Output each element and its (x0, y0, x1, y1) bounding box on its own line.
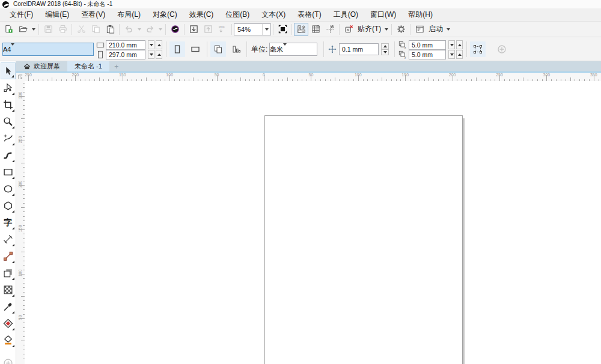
page-size-preset-combo[interactable]: A4 (2, 43, 94, 56)
snap-to-label[interactable]: 贴齐(T) (356, 24, 383, 34)
page-width-spin-down[interactable] (148, 40, 154, 49)
menu-item-4[interactable]: 对象(C) (147, 8, 183, 21)
cut-button[interactable] (74, 23, 88, 36)
show-guidelines-button[interactable] (323, 23, 337, 36)
parallel-dimension-tool[interactable] (1, 231, 16, 247)
duplicate-y-spin-up[interactable] (456, 50, 463, 59)
duplicate-x-spin-up[interactable] (456, 40, 463, 49)
options-gear-button[interactable] (394, 23, 408, 36)
redo-button[interactable] (142, 23, 157, 36)
duplicate-y-spinner[interactable] (448, 50, 463, 59)
ruler-origin-button[interactable] (16, 73, 25, 81)
vruler-label: 50 (18, 314, 22, 322)
drop-shadow-tool[interactable] (1, 264, 16, 281)
landscape-button[interactable] (188, 41, 203, 57)
transparency-tool[interactable] (1, 281, 16, 298)
zoom-levels-combo[interactable]: 54% (234, 23, 271, 35)
duplicate-x-spin-down[interactable] (448, 40, 455, 49)
duplicate-x-field[interactable] (409, 40, 446, 50)
snap-off-button[interactable] (341, 23, 356, 36)
zoom-tool[interactable] (1, 113, 16, 130)
smart-fill-tool[interactable] (1, 332, 16, 348)
toolbox-customize-button[interactable] (1, 354, 16, 364)
snap-to-dropdown-arrow[interactable] (383, 23, 389, 36)
document-page[interactable] (264, 115, 463, 364)
color-eyedropper-tool[interactable] (1, 298, 16, 315)
page-height-field[interactable] (106, 50, 145, 59)
export-button[interactable] (201, 23, 215, 36)
all-pages-button[interactable] (210, 41, 226, 57)
save-button[interactable] (41, 23, 55, 36)
search-content-button[interactable] (168, 23, 182, 36)
menu-item-2[interactable]: 查看(V) (75, 8, 111, 21)
menu-item-5[interactable]: 效果(C) (183, 8, 220, 21)
undo-dropdown-arrow[interactable] (136, 23, 142, 36)
treat-as-filled-button[interactable] (470, 41, 486, 57)
application-launcher-label[interactable]: 启动 (427, 24, 445, 34)
drawing-canvas[interactable] (25, 81, 601, 364)
publish-pdf-button[interactable]: PDF (215, 23, 230, 36)
page-width-spin-up[interactable] (156, 40, 162, 49)
duplicate-y-spin-down[interactable] (448, 50, 455, 59)
menu-item-1[interactable]: 编辑(E) (39, 8, 75, 21)
menu-item-9[interactable]: 工具(O) (328, 8, 364, 21)
new-tab-button[interactable]: + (109, 61, 124, 71)
units-combo[interactable]: 毫米 (269, 43, 317, 56)
open-dropdown-arrow[interactable] (30, 23, 37, 36)
nudge-spin-down[interactable] (381, 49, 389, 55)
menu-item-3[interactable]: 布局(L) (111, 8, 147, 21)
horizontal-ruler[interactable]: 25020015010050050100150200250300350 (25, 73, 601, 81)
redo-dropdown-arrow[interactable] (157, 23, 163, 36)
shape-tool[interactable] (1, 79, 16, 96)
interactive-fill-tool[interactable] (1, 315, 16, 332)
menu-item-10[interactable]: 窗口(W) (364, 8, 402, 21)
nudge-spin-up[interactable] (381, 43, 389, 49)
print-button[interactable] (55, 23, 70, 36)
portrait-button[interactable] (169, 41, 185, 57)
page-width-field[interactable] (106, 40, 145, 50)
menu-item-11[interactable]: 帮助(H) (402, 8, 439, 21)
paste-button[interactable] (103, 23, 117, 36)
units-dropdown-arrow[interactable] (283, 46, 287, 53)
new-document-button[interactable] (1, 23, 16, 36)
propbar-customize-button[interactable] (494, 41, 510, 57)
connector-tool[interactable] (1, 247, 16, 264)
application-launcher-icon[interactable] (412, 23, 427, 36)
ellipse-tool[interactable] (1, 180, 16, 197)
current-page-button[interactable] (228, 41, 244, 57)
show-grid-button[interactable] (308, 23, 323, 36)
menu-item-6[interactable]: 位图(B) (219, 8, 255, 21)
zoom-level-value: 54% (234, 26, 262, 33)
application-launcher-dropdown-arrow[interactable] (445, 23, 451, 36)
page-size-dropdown-arrow[interactable] (11, 46, 14, 53)
duplicate-y-icon: y (398, 50, 407, 59)
page-width-spinner[interactable] (148, 40, 162, 49)
rectangle-tool[interactable] (1, 163, 16, 180)
pick-tool[interactable] (1, 62, 16, 79)
full-screen-preview-button[interactable] (275, 23, 290, 36)
tab-welcome-screen[interactable]: 欢迎屏幕 (16, 61, 67, 71)
freehand-tool[interactable] (1, 130, 16, 147)
menu-item-7[interactable]: 文本(X) (255, 8, 291, 21)
crop-tool[interactable] (1, 96, 16, 113)
page-height-spin-up[interactable] (156, 50, 162, 59)
tab-untitled-document[interactable]: 未命名 -1 (67, 61, 109, 71)
show-rulers-button[interactable] (294, 23, 308, 36)
menu-item-0[interactable]: 文件(F) (4, 8, 39, 21)
text-tool[interactable]: 字 (1, 214, 16, 231)
nudge-spinner[interactable] (381, 43, 389, 55)
duplicate-y-field[interactable] (409, 50, 446, 59)
open-button[interactable] (16, 23, 30, 36)
duplicate-x-spinner[interactable] (448, 40, 463, 49)
nudge-distance-field[interactable] (339, 43, 379, 55)
vertical-ruler[interactable]: 30025020015010050 (16, 81, 25, 364)
copy-button[interactable] (88, 23, 103, 36)
undo-button[interactable] (121, 23, 136, 36)
import-button[interactable] (186, 23, 201, 36)
menu-item-8[interactable]: 表格(T) (291, 8, 327, 21)
artistic-media-tool[interactable] (1, 147, 16, 163)
polygon-tool[interactable] (1, 197, 16, 214)
page-height-spinner[interactable] (148, 50, 162, 59)
page-height-spin-down[interactable] (148, 50, 154, 59)
zoom-levels-dropdown-arrow[interactable] (262, 24, 270, 35)
